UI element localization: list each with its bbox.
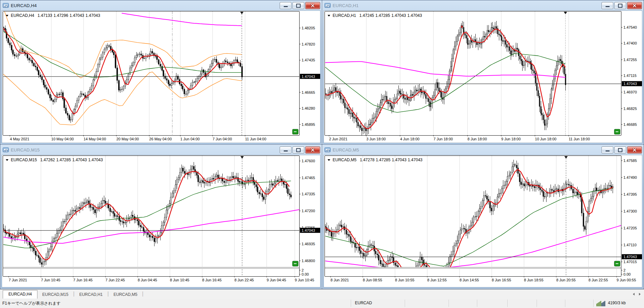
info-low: 1.47043 bbox=[69, 13, 84, 18]
subwindow-separator[interactable] bbox=[3, 267, 299, 269]
chart-info-line[interactable]: EURCAD,M5 1.47278 1.47285 1.47043 1.4704… bbox=[328, 158, 422, 162]
price-axis-label: 1.47490 bbox=[623, 175, 637, 179]
green-badge-button[interactable] bbox=[614, 129, 620, 134]
tab-scroll-right-button[interactable] bbox=[637, 292, 642, 297]
time-axis-label: 9 Jun 18:00 bbox=[501, 137, 521, 141]
time-axis-label: 11 Jun 18:00 bbox=[569, 137, 590, 141]
current-price-label: 1.47043 bbox=[302, 228, 315, 232]
info-open: 1.47278 bbox=[360, 158, 374, 162]
candle-wicks bbox=[326, 21, 566, 136]
plot-frame bbox=[3, 11, 300, 136]
green-badge-button[interactable] bbox=[614, 261, 620, 266]
status-divider bbox=[477, 300, 477, 307]
time-axis-label: 9 Jun 04:45 bbox=[267, 278, 286, 282]
chevron-down-icon bbox=[328, 159, 330, 161]
candles-down bbox=[3, 166, 291, 264]
time-axis-label: 8 Jun 2021 bbox=[331, 278, 349, 282]
time-axis-label: 8 Jun 20:55 bbox=[556, 278, 576, 282]
price-axis-label: 1.47400 bbox=[623, 41, 637, 45]
info-high: 1.47285 bbox=[56, 158, 71, 162]
time-axis-label: 10 May 04:00 bbox=[51, 137, 74, 141]
chart-window-eurcad-m15[interactable]: EURCAD,M15 7 Jun 20217 Jun 10:457 Jun 16… bbox=[0, 144, 322, 289]
price-axis-label: 1.46935 bbox=[302, 242, 315, 246]
chart-info-line[interactable]: EURCAD,H1 1.47245 1.47285 1.47043 1.4704… bbox=[328, 13, 422, 18]
candle-wicks bbox=[4, 162, 291, 269]
status-help-text: F1キーでヘルプが表示されます bbox=[2, 301, 61, 306]
time-axis-label: 8 Jun 18:00 bbox=[468, 137, 487, 141]
tab-scroll-left-button[interactable] bbox=[631, 292, 636, 297]
tab-separator: | bbox=[142, 291, 143, 299]
price-axis-label: 1.47820 bbox=[302, 42, 315, 46]
status-divider bbox=[405, 300, 405, 307]
status-divider bbox=[351, 300, 351, 307]
time-axis-label: 7 Jun 04:00 bbox=[213, 137, 232, 141]
info-low: 1.47043 bbox=[72, 158, 87, 162]
chart-info-line[interactable]: EURCAD,M15 1.47262 1.47285 1.47043 1.470… bbox=[6, 158, 103, 162]
candlestick-series bbox=[3, 162, 291, 269]
candles-down bbox=[325, 26, 566, 131]
ma-fast-line bbox=[3, 171, 289, 260]
chart-window-eurcad-h4[interactable]: EURCAD,H4 4 May 202110 May 04:0014 May 0… bbox=[0, 0, 322, 145]
band-lower-line bbox=[3, 72, 242, 125]
info-high: 1.47296 bbox=[54, 13, 68, 18]
chart-shift-marker-icon[interactable] bbox=[240, 12, 244, 14]
time-axis-label: 11 Jun 04:00 bbox=[245, 137, 267, 141]
indicator-lines bbox=[325, 29, 565, 129]
price-axis-label: 1.46800 bbox=[302, 259, 315, 263]
arrow-right-icon bbox=[639, 293, 641, 296]
price-axis-label: 1.46825 bbox=[623, 107, 637, 111]
tab-eurcad-h4[interactable]: EURCAD,H4 bbox=[3, 290, 37, 299]
price-axis-label: 1.47015 bbox=[623, 260, 637, 264]
price-axis-label: 1.47255 bbox=[623, 58, 637, 62]
tab-eurcad-m5[interactable]: EURCAD,M5 bbox=[109, 291, 142, 299]
time-axis-label: 8 Jun 04:45 bbox=[138, 278, 157, 282]
chart-canvas-h1[interactable]: 2 Jun 20213 Jun 18:004 Jun 18:007 Jun 18… bbox=[322, 0, 644, 145]
time-axis-label: 20 May 04:00 bbox=[116, 137, 139, 141]
info-open: 1.47133 bbox=[37, 13, 52, 18]
time-axis-label: 7 Jun 18:00 bbox=[433, 137, 453, 141]
tab-eurcad-h1[interactable]: EURCAD,H1 bbox=[75, 291, 107, 299]
info-close: 1.47043 bbox=[86, 13, 100, 18]
sub-scale-label: 0.00 bbox=[623, 272, 631, 276]
chart-shift-marker-icon[interactable] bbox=[241, 156, 244, 159]
chevron-down-icon bbox=[6, 159, 8, 161]
info-symbol: EURCAD,H1 bbox=[333, 13, 356, 18]
info-low: 1.47043 bbox=[391, 13, 406, 18]
ma-slow-line bbox=[3, 181, 291, 248]
chart-canvas-m15[interactable]: 7 Jun 20217 Jun 10:457 Jun 16:457 Jun 22… bbox=[0, 145, 323, 289]
price-axis: 1.475401.474001.472551.471151.469701.468… bbox=[621, 25, 637, 127]
chart-window-eurcad-m5[interactable]: EURCAD,M5 8 Jun 20218 Jun 08:558 Jun 10:… bbox=[322, 144, 644, 289]
green-badge-button[interactable] bbox=[292, 261, 298, 266]
time-axis-label: 9 Jun 00:55 bbox=[617, 278, 636, 282]
info-open: 1.47245 bbox=[359, 13, 374, 18]
grid-lines: 8 Jun 20218 Jun 08:558 Jun 10:558 Jun 12… bbox=[331, 156, 636, 282]
chart-canvas-m5[interactable]: 8 Jun 20218 Jun 08:558 Jun 10:558 Jun 12… bbox=[322, 145, 644, 289]
price-axis-label: 1.47200 bbox=[302, 209, 315, 213]
time-axis-label: 26 May 04:00 bbox=[149, 137, 172, 141]
price-axis-label: 1.46665 bbox=[302, 90, 315, 94]
arrow-left-icon bbox=[633, 293, 635, 296]
price-axis-label: 1.47600 bbox=[302, 159, 315, 163]
time-axis-label: 8 Jun 16:45 bbox=[202, 278, 222, 282]
price-axis-label: 1.48205 bbox=[302, 26, 315, 30]
info-open: 1.47262 bbox=[40, 158, 55, 162]
current-price-label: 1.47043 bbox=[302, 75, 315, 79]
chart-canvas-h4[interactable]: 4 May 202110 May 04:0014 May 04:0020 May… bbox=[0, 0, 323, 145]
green-badge-button[interactable] bbox=[292, 129, 298, 134]
tab-eurcad-m15[interactable]: EURCAD,M15 bbox=[37, 291, 73, 299]
price-axis-label: 1.47110 bbox=[623, 243, 637, 247]
candles-up bbox=[18, 46, 236, 120]
grid-lines: 4 May 202110 May 04:0014 May 04:0020 May… bbox=[10, 11, 266, 141]
chart-shift-marker-icon[interactable] bbox=[564, 156, 568, 159]
price-axis-label: 1.46280 bbox=[302, 106, 315, 110]
chevron-down-icon bbox=[6, 15, 8, 17]
sub-scale-label: 0.00 bbox=[302, 272, 309, 276]
ma-long-line bbox=[3, 210, 299, 244]
price-axis: 1.476001.474651.473351.472001.470651.469… bbox=[299, 159, 315, 276]
ma-long-line bbox=[122, 13, 242, 26]
price-axis-label: 1.47205 bbox=[623, 226, 637, 230]
chart-info-line[interactable]: EURCAD,H4 1.47133 1.47296 1.47043 1.4704… bbox=[6, 13, 100, 18]
chart-shift-marker-icon[interactable] bbox=[564, 12, 567, 14]
chart-window-eurcad-h1[interactable]: EURCAD,H1 2 Jun 20213 Jun 18:004 Jun 18:… bbox=[322, 0, 644, 145]
subwindow-separator[interactable] bbox=[325, 267, 621, 269]
